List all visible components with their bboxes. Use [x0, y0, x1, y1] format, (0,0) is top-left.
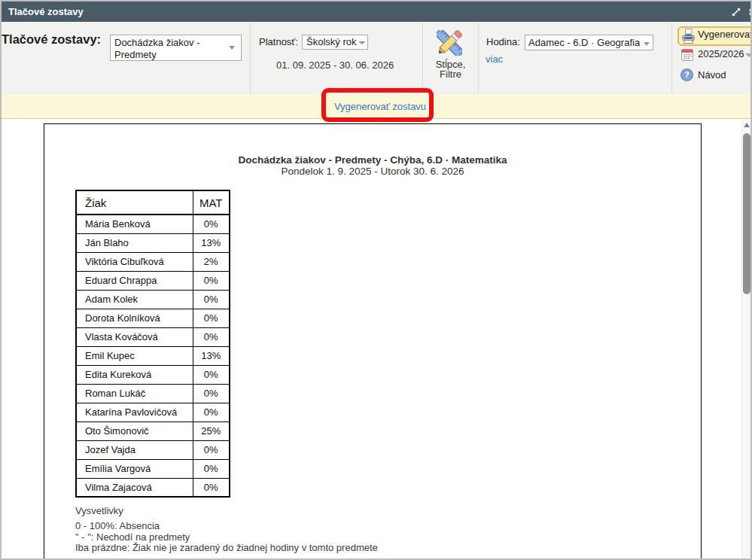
svg-text:?: ? — [684, 70, 690, 79]
